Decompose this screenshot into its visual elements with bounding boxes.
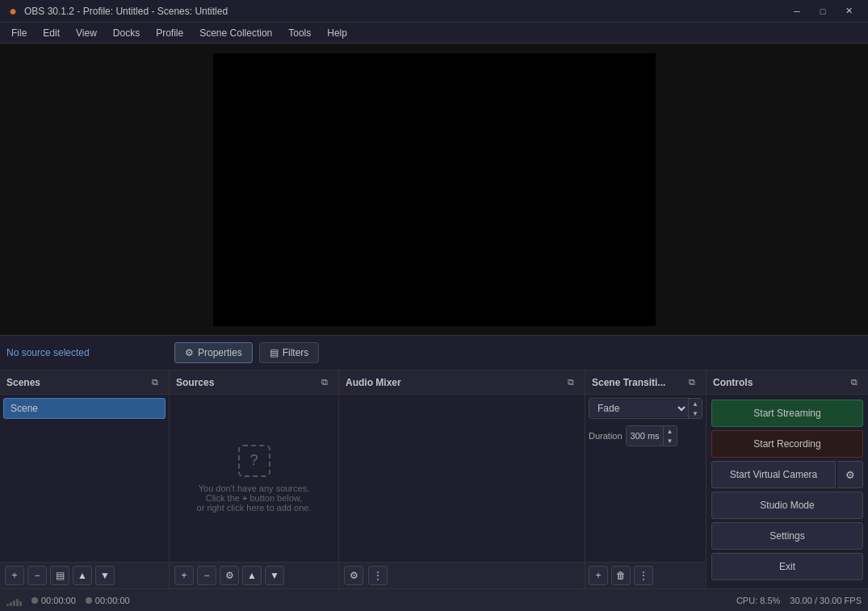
settings-button[interactable]: Settings — [711, 522, 863, 550]
audio-title: Audio Mixer — [346, 377, 401, 388]
record-time: 00:00:00 — [95, 596, 130, 605]
transition-select-wrap: Fade Cut Swipe Slide ▲ ▼ — [589, 398, 702, 419]
menu-file[interactable]: File — [3, 25, 35, 41]
scenes-content: Scene — [0, 395, 169, 562]
title-bar-text: OBS 30.1.2 - Profile: Untitled - Scenes:… — [24, 6, 784, 17]
exit-button[interactable]: Exit — [711, 553, 863, 580]
duration-label: Duration — [589, 431, 623, 441]
filters-button[interactable]: ▤ Filters — [259, 342, 320, 363]
sources-question-icon: ? — [238, 445, 270, 477]
add-scene-button[interactable]: + — [5, 566, 24, 585]
sources-empty-text: You don't have any sources. Click the + … — [197, 483, 312, 513]
source-up-button[interactable]: ▲ — [242, 566, 262, 585]
duration-up-btn[interactable]: ▲ — [664, 426, 677, 436]
filter-icon: ▤ — [270, 347, 279, 358]
menu-profile[interactable]: Profile — [148, 25, 191, 41]
signal-bars — [6, 595, 22, 606]
studio-mode-button[interactable]: Studio Mode — [711, 492, 863, 519]
scenes-maximize-icon[interactable]: ⧉ — [148, 375, 162, 390]
controls-maximize-icon[interactable]: ⧉ — [847, 375, 862, 390]
menu-help[interactable]: Help — [319, 25, 355, 41]
remove-source-button[interactable]: − — [197, 566, 216, 585]
scene-transitions-panel: Scene Transiti... ⧉ Fade Cut Swipe Slide… — [585, 370, 707, 588]
scenes-panel: Scenes ⧉ Scene + − ▤ ▲ ▼ — [0, 370, 170, 588]
transition-up-btn[interactable]: ▲ — [689, 399, 702, 408]
bar3 — [13, 601, 15, 606]
transition-menu-button[interactable]: ⋮ — [634, 566, 653, 585]
sources-header: Sources ⧉ — [170, 370, 338, 395]
transitions-maximize-icon[interactable]: ⧉ — [685, 375, 699, 390]
remove-transition-button[interactable]: 🗑 — [611, 566, 631, 585]
source-bar: No source selected ⚙ Properties ▤ Filter… — [0, 335, 868, 370]
scene-up-button[interactable]: ▲ — [73, 566, 92, 585]
sources-content[interactable]: ? You don't have any sources. Click the … — [170, 395, 338, 562]
audio-settings-button[interactable]: ⚙ — [344, 566, 363, 585]
duration-input[interactable] — [627, 426, 663, 446]
start-streaming-button[interactable]: Start Streaming — [711, 400, 863, 427]
virtual-camera-row: Start Virtual Camera ⚙ — [711, 461, 863, 488]
sources-toolbar: + − ⚙ ▲ ▼ — [170, 562, 338, 588]
sources-maximize-icon[interactable]: ⧉ — [317, 375, 332, 390]
audio-content — [339, 395, 585, 562]
menu-view[interactable]: View — [68, 25, 105, 41]
record-time-item: 00:00:00 — [86, 596, 130, 605]
menu-tools[interactable]: Tools — [280, 25, 319, 41]
scenes-title: Scenes — [6, 377, 40, 388]
fps-label: 30.00 / 30.00 FPS — [790, 596, 862, 605]
sources-plus-ref: + — [242, 493, 249, 503]
scene-filter-button[interactable]: ▤ — [50, 566, 69, 585]
bar2 — [10, 602, 12, 606]
minimize-button[interactable]: ─ — [784, 0, 810, 23]
menu-bar: File Edit View Docks Profile Scene Colle… — [0, 23, 868, 44]
controls-panel: Controls ⧉ Start Streaming Start Recordi… — [707, 370, 868, 588]
cpu-label: CPU: 8.5% — [736, 596, 780, 605]
start-recording-button[interactable]: Start Recording — [711, 430, 863, 458]
duration-input-wrap: ▲ ▼ — [626, 425, 677, 446]
scene-down-button[interactable]: ▼ — [95, 566, 115, 585]
transition-down-btn[interactable]: ▼ — [689, 408, 702, 418]
scenes-toolbar: + − ▤ ▲ ▼ — [0, 562, 169, 588]
audio-maximize-icon[interactable]: ⧉ — [564, 375, 578, 390]
app-icon: ● — [6, 5, 19, 18]
controls-header: Controls ⧉ — [707, 370, 868, 395]
controls-title: Controls — [713, 377, 753, 388]
close-button[interactable]: ✕ — [836, 0, 862, 23]
no-source-label: No source selected — [6, 347, 168, 358]
remove-scene-button[interactable]: − — [27, 566, 47, 585]
title-bar: ● OBS 30.1.2 - Profile: Untitled - Scene… — [0, 0, 868, 23]
menu-docks[interactable]: Docks — [105, 25, 148, 41]
transitions-title: Scene Transiti... — [592, 377, 665, 388]
maximize-button[interactable]: □ — [810, 0, 836, 23]
audio-actions: ⚙ ⋮ — [344, 566, 388, 585]
virtual-camera-gear-button[interactable]: ⚙ — [837, 461, 863, 488]
menu-edit[interactable]: Edit — [35, 25, 68, 41]
scenes-header: Scenes ⧉ — [0, 370, 169, 395]
stream-dot — [31, 597, 38, 604]
controls-content: Start Streaming Start Recording Start Vi… — [707, 395, 868, 588]
start-virtual-camera-button[interactable]: Start Virtual Camera — [711, 461, 836, 488]
audio-menu-button[interactable]: ⋮ — [368, 566, 388, 585]
transition-type-select[interactable]: Fade Cut Swipe Slide — [589, 400, 688, 417]
sources-title: Sources — [176, 377, 214, 388]
menu-scene-collection[interactable]: Scene Collection — [191, 25, 280, 41]
sources-panel: Sources ⧉ ? You don't have any sources. … — [170, 370, 339, 588]
scene-item[interactable]: Scene — [3, 398, 166, 419]
signal-bars-icon — [6, 595, 22, 606]
source-down-button[interactable]: ▼ — [265, 566, 284, 585]
transition-spinners: ▲ ▼ — [688, 399, 702, 418]
duration-spinners: ▲ ▼ — [663, 426, 677, 446]
properties-button[interactable]: ⚙ Properties — [174, 342, 253, 363]
fps-status: 30.00 / 30.00 FPS — [790, 596, 862, 605]
add-source-button[interactable]: + — [174, 566, 194, 585]
audio-mixer-panel: Audio Mixer ⧉ ⚙ ⋮ — [339, 370, 585, 588]
duration-row: Duration ▲ ▼ — [585, 422, 706, 450]
stream-time-item: 00:00:00 — [31, 596, 76, 605]
audio-header: Audio Mixer ⧉ — [339, 370, 585, 395]
window-controls: ─ □ ✕ — [784, 0, 862, 23]
gear-small-icon: ⚙ — [185, 347, 194, 358]
record-dot — [86, 597, 92, 604]
source-settings-button[interactable]: ⚙ — [220, 566, 239, 585]
transitions-content: Fade Cut Swipe Slide ▲ ▼ Duration ▲ ▼ — [585, 395, 706, 562]
add-transition-button[interactable]: + — [589, 566, 608, 585]
duration-down-btn[interactable]: ▼ — [664, 436, 677, 446]
